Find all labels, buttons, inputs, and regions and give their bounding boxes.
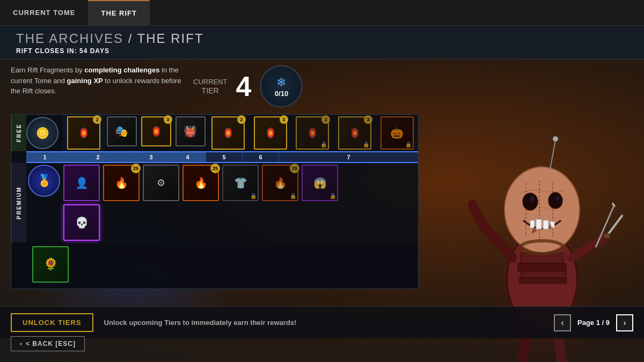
unlock-tiers-button[interactable]: UNLOCK TIERS: [11, 313, 93, 332]
lantern2-icon: 🏮: [150, 125, 162, 137]
earn-text-bold2: gaining XP: [67, 77, 103, 85]
svg-rect-5: [519, 278, 567, 283]
free-item-tier6[interactable]: 🏮 3 🔒: [338, 116, 371, 150]
tier-num-1: 1: [26, 152, 63, 162]
premium-tier-3: ⚙: [141, 163, 181, 203]
info-tier-row: Earn Rift Fragments by completing challe…: [11, 65, 419, 108]
premium-tier-6: 🔥 25 🔒: [260, 163, 300, 203]
free-tier-cols: 🏮 2 🎭 🏮: [63, 115, 418, 151]
prem-lock-5: 🔒: [250, 193, 257, 199]
item-badge-3d: 3: [364, 115, 372, 124]
rewards-grid: FREE 🪙 🏮 2: [11, 114, 419, 289]
tier-num-2: 2: [63, 152, 133, 162]
fire-icon: 🔥: [115, 176, 128, 189]
tab-the-rift[interactable]: THE RIFT: [88, 0, 150, 25]
svg-rect-8: [604, 234, 610, 238]
item-badge-2: 2: [93, 115, 101, 124]
tier-num-4: 4: [169, 152, 206, 162]
premium-tier-7: 😱 🔒: [300, 163, 340, 203]
free-tier-2: 🎭 🏮 3 👹: [105, 115, 207, 151]
prem-item-tier7[interactable]: 😱 🔒: [302, 165, 338, 201]
back-button[interactable]: ‹ < BACK [ESC]: [11, 336, 85, 351]
charm-icon: ⚙: [157, 177, 165, 189]
prem-badge-25c: 25: [290, 164, 299, 173]
free-item-tier3[interactable]: 🏮 2: [211, 116, 245, 150]
free-tier-6: 🏮 3 🔒: [334, 115, 376, 151]
prem-item-tier4[interactable]: 🔥 25: [182, 165, 219, 201]
tab-bar: CURRENT TOME THE RIFT: [0, 0, 644, 26]
lantern5-icon: 🏮: [306, 127, 318, 139]
premium-tier-5: 👕 🔒: [221, 163, 260, 203]
face-icon: 😱: [313, 176, 327, 189]
sunflower-icon: 🌻: [43, 257, 58, 271]
lock-icon-5: 🔒: [320, 142, 327, 147]
lock-icon-7: 🔒: [405, 142, 412, 147]
premium-badge-icon: 🏅: [28, 165, 60, 197]
free-tier2-items: 🎭 🏮 3 👹: [105, 115, 207, 148]
premium-row-container: PREMIUM 🏅 👤 💀: [11, 163, 418, 242]
free-row-container: FREE 🪙 🏮 2: [11, 115, 418, 151]
prem-item-tier2[interactable]: 🔥 25: [103, 165, 140, 201]
tier-display: CURRENT TIER 4 ❄ 0/10: [193, 65, 303, 108]
prem-badge-25b: 25: [210, 164, 220, 173]
clothing-icon: 👕: [234, 176, 247, 189]
free-tier-7: 🎃 🔒: [376, 115, 418, 151]
mask-icon: 👹: [184, 125, 197, 138]
tier-num-3: 3: [133, 152, 169, 162]
svg-point-17: [548, 193, 562, 209]
prem-item-sunflower[interactable]: 🌻: [32, 246, 69, 283]
item-badge-2b: 2: [321, 115, 330, 124]
prem-item-tier1a[interactable]: 👤: [63, 165, 100, 201]
fragment-icon: ❄: [276, 76, 286, 90]
page-title: THE ARCHIVES / THE RIFT: [16, 31, 628, 46]
lock-icon-6: 🔒: [363, 142, 369, 147]
svg-rect-3: [518, 263, 566, 271]
rift-closes-label: RIFT CLOSES IN: 54 days: [16, 47, 628, 55]
free-item-tier5[interactable]: 🏮 2 🔒: [296, 116, 329, 150]
portrait-icon: 🎭: [115, 125, 128, 138]
earn-description: Earn Rift Fragments by completing challe…: [11, 65, 182, 97]
earn-text-p1: Earn Rift Fragments by: [11, 66, 84, 74]
svg-point-19: [556, 196, 559, 200]
lantern-icon: 🏮: [78, 127, 90, 139]
item-badge-3b: 2: [237, 115, 246, 124]
page-info-label: Page 1 / 9: [577, 319, 610, 327]
free-tier-1: 🏮 2: [63, 115, 105, 151]
free-item-tier1[interactable]: 🏮 2: [67, 116, 100, 150]
prem-item-tier6[interactable]: 🔥 25 🔒: [262, 165, 298, 201]
svg-rect-14: [543, 220, 548, 229]
coin-emblem-icon: 🪙: [36, 127, 49, 139]
free-row-label: FREE: [11, 115, 26, 151]
free-item-tier2b[interactable]: 🏮 3: [141, 116, 171, 146]
tier-num-6: 6: [242, 152, 279, 162]
free-item-tier2a[interactable]: 🎭: [107, 116, 137, 146]
tab-current-tome[interactable]: CURRENT TOME: [0, 0, 88, 25]
svg-rect-4: [521, 271, 566, 278]
free-item-tier2c[interactable]: 👹: [175, 116, 206, 146]
lantern6-icon: 🏮: [349, 127, 361, 139]
prem-item-tier5[interactable]: 👕 🔒: [222, 165, 259, 201]
tier-number: 4: [236, 72, 252, 100]
tier-num-5: 5: [206, 152, 242, 162]
svg-rect-13: [536, 219, 541, 229]
tier-number-strip: 1 2 3 4 5 6 7: [26, 151, 418, 163]
premium-extra-row: 🌻: [11, 242, 418, 289]
premium-tier-1: 👤 💀: [62, 163, 101, 242]
premium-row-label: PREMIUM: [11, 163, 26, 242]
prem-item-tier1b[interactable]: 💀: [63, 204, 100, 241]
main-content: Earn Rift Fragments by completing challe…: [0, 60, 644, 306]
back-chevron-icon: ‹: [20, 340, 23, 348]
item-badge-3c: 3: [280, 115, 288, 124]
prev-page-button[interactable]: ‹: [554, 314, 571, 331]
free-token-icon: 🪙: [26, 117, 58, 149]
prem-item-tier3[interactable]: ⚙: [143, 165, 179, 201]
tier-num-7: 7: [279, 152, 418, 162]
prem-lock-6: 🔒: [290, 193, 296, 199]
premium-row-inner: 🏅 👤 💀 🔥: [26, 163, 418, 242]
free-item-tier7[interactable]: 🎃 🔒: [380, 116, 414, 150]
unlock-hint-text: Unlock upcoming Tiers to immediately ear…: [104, 319, 297, 327]
earn-text-bold1: completing challenges: [84, 66, 159, 74]
page-navigation: ‹ Page 1 / 9 ›: [554, 314, 633, 331]
next-page-button[interactable]: ›: [616, 314, 633, 331]
free-item-tier4[interactable]: 🏮 3: [254, 116, 287, 150]
